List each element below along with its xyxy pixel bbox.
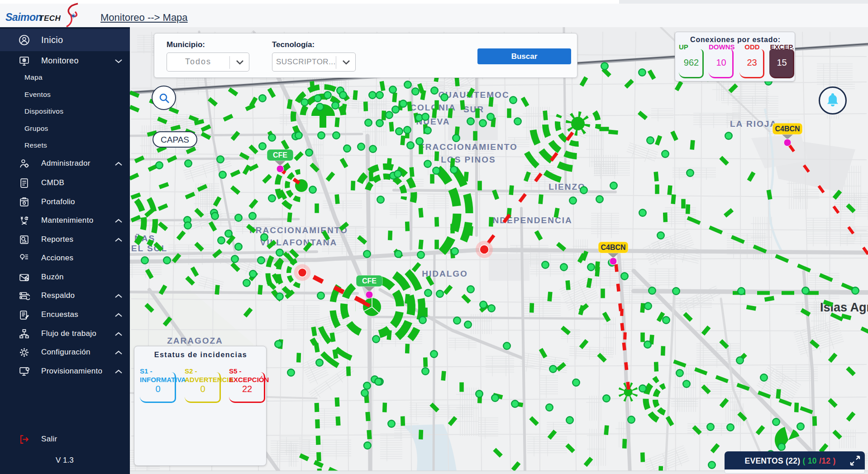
svg-text:INDEPENDENCIA: INDEPENDENCIA — [489, 215, 572, 225]
svg-text:SUR: SUR — [463, 105, 484, 114]
svg-text:CFE: CFE — [362, 277, 377, 285]
svg-text:ZARAGOZA: ZARAGOZA — [167, 336, 223, 345]
svg-text:CFE: CFE — [273, 151, 287, 159]
svg-text:C4BCN: C4BCN — [775, 125, 800, 133]
svg-text:TECH: TECH — [39, 14, 61, 23]
svg-text:LA RIOJA: LA RIOJA — [730, 119, 777, 129]
svg-text:FRACCIONAMIENTO: FRACCIONAMIENTO — [419, 142, 518, 152]
svg-text:C4BCN: C4BCN — [601, 244, 625, 251]
svg-text:Saimon: Saimon — [5, 11, 42, 23]
svg-text:LOS PINOS: LOS PINOS — [441, 155, 496, 164]
